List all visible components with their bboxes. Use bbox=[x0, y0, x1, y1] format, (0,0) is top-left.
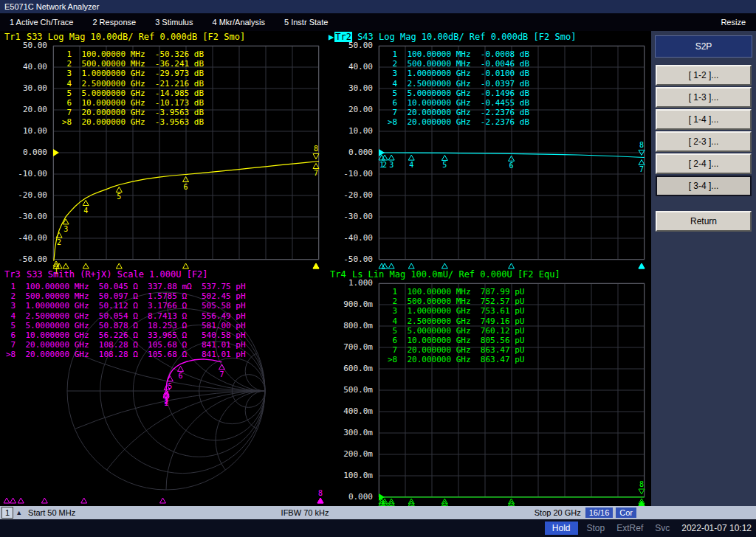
y-axis-tick: 600.0m bbox=[343, 364, 373, 374]
softkey-2-4[interactable]: [ 2-4 ]... bbox=[656, 153, 752, 174]
softkey-2-3[interactable]: [ 2-3 ]... bbox=[656, 131, 752, 152]
marker-table-row: 3 1.0000000 GHz 753.61 pU bbox=[388, 306, 524, 316]
marker-table-row: 4 2.5000000 GHz 749.16 pU bbox=[388, 316, 524, 326]
y-axis-tick: -10.00 bbox=[343, 169, 373, 179]
svg-text:7: 7 bbox=[639, 165, 644, 173]
e5071c-application: E5071C Network Analyzer 1 Active Ch/Trac… bbox=[0, 0, 756, 537]
marker-table-tr3: 1 100.00000 MHz 50.045 Ω 337.88 mΩ 537.7… bbox=[6, 282, 246, 360]
marker-table-row: 7 20.000000 GHz -3.9563 dB bbox=[62, 108, 204, 117]
trace-panel-tr4: Tr4 Ls Lin Mag 100.0mU/ Ref 0.000U [F2 E… bbox=[326, 268, 651, 506]
y-axis-tick: 700.0m bbox=[343, 342, 373, 353]
y-axis-tick: 50.00 bbox=[348, 41, 373, 51]
hold-indicator: Hold bbox=[545, 522, 578, 535]
marker-table-row: 2 500.00000 MHz -0.0046 dB bbox=[388, 59, 529, 69]
y-axis-tick: 0.000 bbox=[348, 492, 373, 502]
marker-table-row: 6 10.000000 GHz 805.56 pU bbox=[388, 336, 524, 345]
stop-indicator: Stop bbox=[584, 522, 608, 535]
y-axis-tick: 1.000 bbox=[348, 278, 373, 288]
ifbw-readout: IFBW 70 kHz bbox=[278, 508, 332, 517]
stop-frequency: Stop 20 GHz bbox=[532, 508, 584, 517]
y-axis-tick: 500.0m bbox=[343, 385, 373, 395]
marker-table-row: >8 20.000000 GHz 108.28 Ω 105.68 Ω 841.0… bbox=[6, 350, 246, 359]
window-title: E5071C Network Analyzer bbox=[0, 0, 756, 13]
y-axis-labels: 50.0040.0030.0020.0010.000.000-10.00-20.… bbox=[0, 46, 50, 260]
softkey-1-2[interactable]: [ 1-2 ]... bbox=[656, 65, 752, 86]
menu-stimulus[interactable]: 3 Stimulus bbox=[145, 18, 202, 27]
return-button[interactable]: Return bbox=[656, 211, 752, 232]
menu-mkr-analysis[interactable]: 4 Mkr/Analysis bbox=[202, 18, 275, 27]
y-axis-labels: 50.0040.0030.0020.0010.000.000-10.00-20.… bbox=[326, 46, 376, 260]
y-axis-tick: -20.00 bbox=[343, 190, 373, 201]
softkey-1-3[interactable]: [ 1-3 ]... bbox=[656, 87, 752, 108]
start-frequency: Start 50 MHz bbox=[25, 508, 78, 517]
trace-label: Tr1 bbox=[4, 32, 21, 42]
y-axis-tick: 10.00 bbox=[348, 126, 373, 136]
softkey-3-4[interactable]: [ 3-4 ]... bbox=[656, 176, 752, 196]
marker-table-tr2: 1 100.00000 MHz -0.0008 dB 2 500.00000 M… bbox=[388, 49, 529, 128]
trace-title-tr3[interactable]: Tr3 S33 Smith (R+jX) Scale 1.000U [F2] bbox=[3, 269, 208, 280]
y-axis-tick: 800.0m bbox=[343, 321, 373, 331]
trace-settings: S33 Smith (R+jX) Scale 1.000U [F2] bbox=[21, 269, 208, 280]
resize-button[interactable]: Resize bbox=[710, 18, 756, 27]
marker-table-row: 7 20.000000 GHz -2.2376 dB bbox=[388, 108, 529, 117]
clock: 2022-01-07 10:12 bbox=[678, 523, 752, 533]
y-axis-tick: 200.0m bbox=[343, 449, 373, 460]
softkey-menu-title: S2P bbox=[655, 35, 752, 58]
marker-table-row: >8 20.000000 GHz -3.9563 dB bbox=[62, 117, 204, 127]
status-bar: 1 ▲ Start 50 MHz IFBW 70 kHz Stop 20 GHz… bbox=[0, 506, 756, 519]
y-axis-tick: -30.00 bbox=[343, 212, 373, 222]
svg-text:8: 8 bbox=[639, 480, 644, 488]
y-axis-tick: -10.00 bbox=[18, 169, 47, 179]
y-axis-tick: 40.00 bbox=[23, 62, 47, 72]
svg-text:4: 4 bbox=[83, 207, 88, 215]
svg-text:5: 5 bbox=[442, 161, 447, 169]
svg-text:7: 7 bbox=[219, 370, 224, 378]
marker-table-row: 3 1.0000000 GHz -29.973 dB bbox=[62, 69, 204, 78]
marker-table-row: 1 100.00000 MHz -0.0008 dB bbox=[388, 49, 529, 59]
y-axis-tick: 20.00 bbox=[348, 105, 373, 115]
softkey-1-4[interactable]: [ 1-4 ]... bbox=[656, 109, 752, 130]
extref-indicator: ExtRef bbox=[614, 522, 646, 535]
marker-table-row: 7 20.000000 GHz 108.28 Ω 105.68 Ω 841.01… bbox=[6, 340, 246, 350]
instrument-status-bar: Hold Stop ExtRef Svc 2022-01-07 10:12 bbox=[0, 519, 756, 537]
y-axis-tick: 20.00 bbox=[23, 105, 47, 115]
marker-table-row: 1 100.00000 MHz -50.326 dB bbox=[62, 49, 204, 59]
marker-table-row: 5 5.0000000 GHz 760.12 pU bbox=[388, 326, 524, 336]
svg-text:6: 6 bbox=[179, 372, 183, 380]
y-axis-tick: 10.00 bbox=[23, 126, 47, 136]
marker-table-row: 4 2.5000000 GHz -21.216 dB bbox=[62, 79, 204, 89]
y-axis-tick: -40.00 bbox=[18, 233, 47, 243]
marker-table-row: 1 100.00000 MHz 50.045 Ω 337.88 mΩ 537.7… bbox=[6, 282, 246, 291]
svg-text:6: 6 bbox=[184, 183, 188, 191]
softkey-panel: S2P [ 1-2 ]... [ 1-3 ]... [ 1-4 ]... [ 2… bbox=[651, 31, 756, 506]
trace-label: Tr4 bbox=[329, 269, 347, 280]
y-axis-tick: 900.0m bbox=[343, 299, 373, 310]
svg-text:4: 4 bbox=[165, 390, 169, 398]
channel-marker-icon: ▲ bbox=[16, 509, 22, 516]
trace-panel-tr3: Tr3 S33 Smith (R+jX) Scale 1.000U [F2] 1… bbox=[0, 268, 326, 506]
points-badge: 16/16 bbox=[585, 507, 614, 518]
marker-table-row: 2 500.00000 MHz 752.57 pU bbox=[388, 297, 524, 306]
channel-indicator: 1 bbox=[1, 507, 13, 519]
menu-active-ch-trace[interactable]: 1 Active Ch/Trace bbox=[0, 18, 83, 27]
svg-text:7: 7 bbox=[314, 169, 318, 177]
marker-table-tr4: 1 100.00000 MHz 787.99 pU 2 500.00000 MH… bbox=[388, 287, 524, 365]
trace-settings: S43 Log Mag 10.00dB/ Ref 0.000dB [F2 Smo… bbox=[352, 32, 576, 42]
trace-settings: Ls Lin Mag 100.0mU/ Ref 0.000U [F2 Equ] bbox=[347, 269, 560, 280]
svg-text:4: 4 bbox=[409, 161, 413, 169]
marker-table-row: 3 1.0000000 GHz 50.112 Ω 3.1766 Ω 505.58… bbox=[6, 301, 246, 311]
menu-instr-state[interactable]: 5 Instr State bbox=[275, 18, 337, 27]
svg-text:3: 3 bbox=[389, 161, 394, 169]
svg-text:2: 2 bbox=[57, 238, 61, 246]
y-axis-labels: 1.000900.0m800.0m700.0m600.0m500.0m400.0… bbox=[326, 283, 376, 497]
marker-table-row: 1 100.00000 MHz 787.99 pU bbox=[388, 287, 524, 297]
marker-table-row: 4 2.5000000 GHz 50.054 Ω 8.7413 Ω 556.49… bbox=[6, 311, 246, 321]
menu-response[interactable]: 2 Response bbox=[83, 18, 145, 27]
marker-table-row: 2 500.00000 MHz 50.097 Ω 1.5785 Ω 502.45… bbox=[6, 291, 246, 301]
y-axis-tick: -30.00 bbox=[18, 212, 47, 222]
svc-indicator: Svc bbox=[652, 522, 673, 535]
svg-text:5: 5 bbox=[117, 193, 121, 201]
marker-table-row: 5 5.0000000 GHz 50.878 Ω 18.253 Ω 581.00… bbox=[6, 321, 246, 330]
correction-badge: Cor bbox=[616, 507, 636, 518]
y-axis-tick: 300.0m bbox=[343, 428, 373, 438]
